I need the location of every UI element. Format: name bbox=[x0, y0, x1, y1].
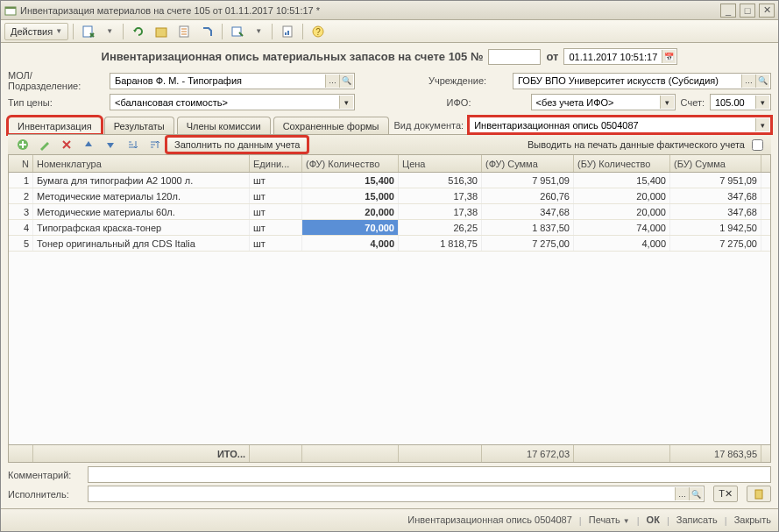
table-row[interactable]: 4Типографская краска-тонершт70,00026,251… bbox=[9, 220, 770, 236]
grid-toolbar: Заполнить по данным учета Выводить на пе… bbox=[8, 134, 771, 155]
tab-saved-forms[interactable]: Сохраненные формы bbox=[273, 117, 389, 134]
clear-text-button[interactable]: T✕ bbox=[713, 486, 738, 502]
select-icon[interactable]: … bbox=[325, 74, 339, 88]
select-icon[interactable]: … bbox=[741, 74, 755, 88]
edit-row-icon[interactable] bbox=[35, 136, 54, 153]
main-toolbar: Действия▼ ▼ ▼ ? bbox=[1, 20, 778, 43]
window-title: Инвентаризация материалов на счете 105 о… bbox=[20, 5, 720, 16]
col-n[interactable]: N bbox=[9, 155, 33, 172]
footer-label: ИТО... bbox=[33, 445, 250, 462]
maximize-button[interactable]: □ bbox=[740, 4, 755, 18]
dropdown-icon[interactable]: ▾ bbox=[755, 96, 769, 109]
print-actual-checkbox[interactable] bbox=[752, 139, 763, 151]
mol-label: МОЛ/Подразделение: bbox=[8, 70, 104, 91]
tab-results[interactable]: Результаты bbox=[104, 117, 174, 134]
executor-field[interactable]: … 🔍 bbox=[88, 486, 705, 502]
save-button[interactable]: Записать bbox=[676, 514, 718, 526]
col-price[interactable]: Цена bbox=[399, 155, 482, 172]
help-icon[interactable]: ? bbox=[308, 23, 329, 40]
table-row[interactable]: 1Бумага для типографии А2 1000 л.шт15,40… bbox=[9, 173, 770, 188]
minimize-button[interactable]: _ bbox=[720, 4, 736, 18]
tb-refresh-icon[interactable] bbox=[128, 23, 149, 40]
doctype-label: Вид документа: bbox=[394, 120, 464, 131]
add-row-icon[interactable] bbox=[13, 136, 32, 153]
comment-label: Комментарий: bbox=[8, 470, 82, 480]
footer-fu-sum: 17 672,03 bbox=[482, 445, 574, 462]
app-icon bbox=[4, 4, 17, 17]
svg-rect-8 bbox=[287, 31, 289, 35]
ifo-label: ИФО: bbox=[447, 97, 526, 108]
acct-field[interactable]: ▾ bbox=[710, 94, 771, 110]
document-title: Инвентаризационная опись материальных за… bbox=[102, 50, 484, 63]
table-row[interactable]: 3Методические материалы 60л.шт20,00017,3… bbox=[9, 204, 770, 220]
dropdown-icon[interactable]: ▾ bbox=[339, 96, 353, 109]
titlebar: Инвентаризация материалов на счете 105 о… bbox=[1, 1, 778, 20]
col-fu-qty[interactable]: (ФУ) Количество bbox=[302, 155, 399, 172]
pricetype-label: Тип цены: bbox=[8, 97, 104, 108]
pricetype-field[interactable]: ▾ bbox=[110, 94, 355, 110]
actions-menu[interactable]: Действия▼ bbox=[4, 23, 68, 40]
org-label: Учреждение: bbox=[428, 75, 507, 86]
print-button[interactable]: Печать ▼ bbox=[589, 514, 630, 526]
doc-number-field[interactable] bbox=[488, 49, 541, 65]
tb-list-icon[interactable] bbox=[174, 23, 195, 40]
move-down-icon[interactable] bbox=[101, 136, 120, 153]
move-up-icon[interactable] bbox=[79, 136, 98, 153]
org-field[interactable]: … 🔍 bbox=[513, 73, 771, 89]
footer-bu-sum: 17 863,95 bbox=[670, 445, 761, 462]
status-doc[interactable]: Инвентаризационная опись 0504087 bbox=[407, 514, 572, 526]
open-icon[interactable]: 🔍 bbox=[755, 74, 769, 88]
sort-asc-icon[interactable] bbox=[123, 136, 142, 153]
print-actual-checkbox-label[interactable]: Выводить на печать данные фактического у… bbox=[528, 137, 766, 153]
tb-link-icon[interactable] bbox=[196, 23, 217, 40]
col-bu-sum[interactable]: (БУ) Сумма bbox=[670, 155, 761, 172]
tb-base-icon[interactable] bbox=[227, 23, 248, 40]
tb-post-icon[interactable] bbox=[78, 23, 99, 40]
executor-label: Исполнитель: bbox=[8, 489, 82, 500]
statusbar: Инвентаризационная опись 0504087 | Печат… bbox=[1, 508, 778, 531]
close-button-footer[interactable]: Закрыть bbox=[734, 514, 771, 526]
ok-button[interactable]: ОК bbox=[647, 514, 660, 526]
svg-rect-3 bbox=[156, 28, 166, 37]
svg-rect-1 bbox=[5, 7, 16, 9]
mol-field[interactable]: … 🔍 bbox=[110, 73, 355, 89]
col-nom[interactable]: Номенклатура bbox=[33, 155, 250, 172]
svg-rect-12 bbox=[755, 490, 762, 499]
select-icon[interactable]: … bbox=[675, 487, 689, 500]
from-label: от bbox=[546, 50, 558, 63]
col-fu-sum[interactable]: (ФУ) Сумма bbox=[482, 155, 574, 172]
tb-save-hold-icon[interactable] bbox=[151, 23, 172, 40]
svg-rect-7 bbox=[285, 32, 287, 35]
acct-label: Счет: bbox=[681, 97, 705, 108]
tb-report-icon[interactable] bbox=[277, 23, 298, 40]
col-ed[interactable]: Едини... bbox=[250, 155, 302, 172]
close-button[interactable]: ✕ bbox=[759, 4, 775, 18]
doc-date-field[interactable]: 📅 bbox=[563, 48, 677, 65]
tb-dropdown2-icon[interactable]: ▼ bbox=[250, 23, 267, 40]
comment-field[interactable] bbox=[88, 466, 771, 483]
grid: N Номенклатура Едини... (ФУ) Количество … bbox=[8, 155, 771, 463]
clipboard-icon[interactable] bbox=[747, 486, 771, 502]
col-bu-qty[interactable]: (БУ) Количество bbox=[574, 155, 670, 172]
sort-desc-icon[interactable] bbox=[145, 136, 164, 153]
doctype-field[interactable]: ▾ bbox=[469, 117, 771, 133]
delete-row-icon[interactable] bbox=[57, 136, 76, 153]
ifo-field[interactable]: ▾ bbox=[531, 94, 676, 110]
open-icon[interactable]: 🔍 bbox=[339, 74, 353, 88]
table-row[interactable]: 2Методические материалы 120л.шт15,00017,… bbox=[9, 188, 770, 204]
dropdown-icon[interactable]: ▾ bbox=[755, 118, 769, 131]
table-row[interactable]: 5Тонер оригинальный для CDS Italiaшт4,00… bbox=[9, 236, 770, 252]
calendar-icon[interactable]: 📅 bbox=[662, 50, 676, 63]
svg-text:?: ? bbox=[315, 27, 321, 37]
tb-dropdown-icon[interactable]: ▼ bbox=[101, 23, 118, 40]
document-title-row: Инвентаризационная опись материальных за… bbox=[1, 43, 778, 68]
tab-commission[interactable]: Члены комиссии bbox=[177, 117, 271, 134]
fill-by-accounting-button[interactable]: Заполнить по данным учета bbox=[166, 137, 308, 153]
open-icon[interactable]: 🔍 bbox=[689, 487, 703, 500]
dropdown-icon[interactable]: ▾ bbox=[660, 96, 674, 109]
svg-rect-5 bbox=[232, 27, 241, 36]
tab-inventory[interactable]: Инвентаризация bbox=[8, 117, 102, 134]
